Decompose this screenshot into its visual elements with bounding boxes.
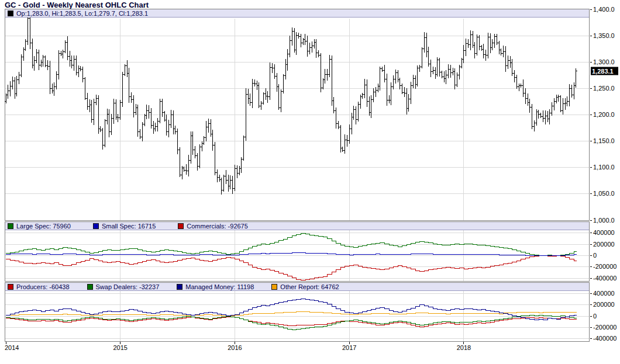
ohlc-swatch-icon (8, 11, 13, 16)
price-axis-label: 1,050.0 (593, 190, 615, 197)
cot-axis-label: 400000 (593, 229, 615, 236)
commercials-label: Commercials: -92675 (187, 223, 248, 230)
small-spec-label: Small Spec: 16715 (102, 223, 156, 230)
disagg-legend: Producers: -60438 Swap Dealers: -32237 M… (5, 283, 589, 291)
disagg-axis-label: 200000 (593, 301, 615, 308)
disagg-axis-label: -200000 (593, 324, 616, 331)
x-axis-year-label: 2015 (113, 344, 128, 351)
swap-dealers-label: Swap Dealers: -32237 (96, 283, 160, 290)
producers-label: Producers: -60438 (16, 283, 70, 290)
x-axis-year-label: 2017 (342, 344, 356, 351)
ohlc-bars (5, 12, 578, 194)
x-axis-year-label: 2014 (5, 344, 19, 351)
large-spec-swatch-icon (8, 223, 13, 229)
price-axis-label: 1,150.0 (593, 137, 615, 144)
ohlc-legend-label: Op:1,283.0, Hi:1,283.5, Lo:1,279.7, Cl:1… (16, 10, 148, 17)
swap-dealers-swatch-icon (87, 284, 93, 290)
swap-dealers-legend-item: Swap Dealers: -32237 (87, 283, 160, 290)
managed-money-label: Managed Money: 11198 (185, 283, 254, 290)
disagg-other-report-line (6, 312, 577, 316)
managed-money-legend-item: Managed Money: 11198 (177, 283, 254, 290)
price-axis-label: 1,100.0 (593, 164, 615, 171)
disagg-axis-label: 0 (593, 313, 597, 320)
ohlc-legend: Op:1,283.0, Hi:1,283.5, Lo:1,279.7, Cl:1… (5, 9, 589, 18)
producers-swatch-icon (8, 284, 13, 290)
charts-canvas: 1,400.01,350.01,300.01,250.01,200.01,150… (0, 0, 620, 364)
price-axis-label: 1,000.0 (593, 217, 615, 224)
cot-panel-border (5, 222, 590, 282)
large-spec-label: Large Spec: 75960 (16, 223, 71, 230)
cot-axis-label: 200000 (593, 241, 615, 248)
other-report-swatch-icon (271, 284, 277, 290)
managed-money-swatch-icon (177, 284, 182, 290)
cot-axis-label: 0 (593, 252, 597, 259)
producers-legend-item: Producers: -60438 (8, 283, 70, 290)
cot-commercials-line (6, 256, 577, 280)
price-axis-label: 1,350.0 (593, 32, 615, 39)
disagg-producers-line (6, 317, 577, 327)
ohlc-legend-item: Op:1,283.0, Hi:1,283.5, Lo:1,279.7, Cl:1… (8, 10, 148, 17)
cot-legend: Large Spec: 75960 Small Spec: 16715 Comm… (5, 222, 589, 230)
cot-axis-label: -400000 (593, 275, 616, 282)
commercials-legend-item: Commercials: -92675 (178, 223, 248, 230)
disagg-axis-label: 400000 (593, 290, 615, 297)
small-spec-swatch-icon (93, 223, 99, 229)
large-spec-legend-item: Large Spec: 75960 (8, 223, 71, 230)
price-axis-label: 1,250.0 (593, 85, 615, 92)
commercials-swatch-icon (178, 223, 184, 229)
other-report-legend-item: Other Report: 64762 (271, 283, 339, 290)
disagg-axis-label: -400000 (593, 335, 616, 342)
price-axis-label: 1,400.0 (593, 6, 615, 13)
price-axis-label: 1,300.0 (593, 58, 615, 65)
x-axis-year-label: 2018 (457, 344, 471, 351)
last-price-label: 1,283.1 (592, 68, 614, 75)
price-axis-label: 1,200.0 (593, 111, 615, 118)
cot-axis-label: -200000 (593, 263, 616, 270)
other-report-label: Other Report: 64762 (280, 283, 339, 290)
small-spec-legend-item: Small Spec: 16715 (93, 223, 156, 230)
x-axis-year-label: 2016 (228, 344, 242, 351)
ohlc-chart-page: GC - Gold - Weekly Nearest OHLC Chart 1,… (0, 0, 620, 364)
